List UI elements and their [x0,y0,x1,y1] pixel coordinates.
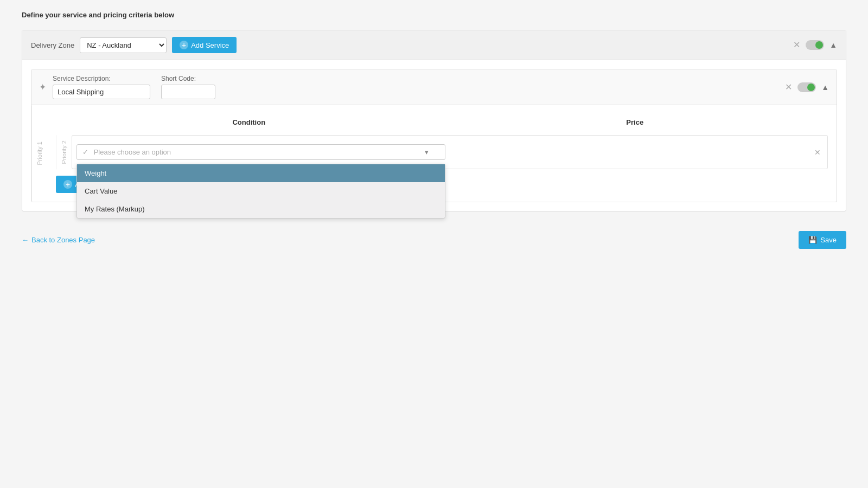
service-collapse-icon[interactable]: ▲ [821,84,829,91]
outer-close-icon[interactable]: ✕ [793,41,800,49]
priority-2-row: Priority 2 ✓ Please choose an option [56,135,828,169]
add-pricing-plus-icon: + [63,180,72,189]
back-to-zones-label: Back to Zones Page [31,236,95,244]
short-code-label: Short Code: [161,75,215,82]
select-chevron-icon: ▾ [425,148,429,156]
delivery-zone-select[interactable]: NZ - Auckland [80,37,167,53]
dropdown-option-my-rates[interactable]: My Rates (Markup) [77,200,445,218]
condition-dropdown-menu: Weight Cart Value My Rates (Markup) [76,164,445,219]
add-service-label: Add Service [191,41,229,49]
condition-select-wrap: ✓ Please choose an option ▾ Weight Cart [76,144,808,160]
delivery-zone-label: Delivery Zone [31,41,74,49]
service-description-label: Service Description: [53,75,150,82]
toggle-dot [815,41,823,49]
dropdown-option-cart-value[interactable]: Cart Value [77,182,445,200]
outer-card-header: Delivery Zone NZ - Auckland + Add Servic… [22,30,846,60]
service-description-input[interactable] [53,85,150,99]
outer-toggle[interactable] [806,40,824,50]
priority-1-label: Priority 1 [31,105,47,202]
condition-column-header: Condition [56,118,442,126]
page-subtitle: Define your service and pricing criteria… [22,11,846,19]
select-checkmark-icon: ✓ [82,148,88,156]
outer-card: Delivery Zone NZ - Auckland + Add Servic… [22,30,846,211]
service-toggle-dot [807,84,815,91]
short-code-group: Short Code: [161,75,215,99]
plus-icon: + [180,41,188,49]
service-card-header: ✦ Service Description: Short Code: ✕ [31,69,837,105]
drag-handle-icon[interactable]: ✦ [39,82,46,92]
outer-card-body: ✦ Service Description: Short Code: ✕ [22,60,846,211]
arrow-left-icon: ← [22,236,29,244]
outer-header-left: Delivery Zone NZ - Auckland + Add Servic… [31,37,787,53]
outer-collapse-icon[interactable]: ▲ [829,41,837,49]
short-code-input[interactable] [161,85,215,99]
service-header-right: ✕ ▲ [785,82,829,92]
condition-price-header: Condition Price [56,114,828,131]
pricing-row-delete-icon[interactable]: ✕ [812,146,823,159]
select-placeholder: Please choose an option [94,148,171,156]
service-body: Priority 1 Condition Price Priority 2 [31,105,837,202]
service-fields: Service Description: Short Code: [53,75,778,99]
back-to-zones-link[interactable]: ← Back to Zones Page [22,236,95,244]
service-toggle[interactable] [797,82,816,92]
pricing-row-content: ✓ Please choose an option ▾ Weight Cart [72,135,828,169]
save-button[interactable]: 💾 Save [799,231,846,249]
condition-select-display[interactable]: ✓ Please choose an option ▾ [76,144,445,160]
save-label: Save [820,236,837,244]
bottom-actions: ← Back to Zones Page 💾 Save [22,222,846,258]
priority-2-label: Priority 2 [56,135,72,169]
service-description-group: Service Description: [53,75,150,99]
outer-header-right: ✕ ▲ [793,40,837,50]
service-card: ✦ Service Description: Short Code: ✕ [31,69,837,202]
price-column-header: Price [442,118,828,126]
save-floppy-icon: 💾 [808,236,817,244]
pricing-rows-area: Condition Price Priority 2 [47,105,837,202]
service-close-icon[interactable]: ✕ [785,83,792,92]
add-service-button[interactable]: + Add Service [172,37,237,53]
dropdown-option-weight[interactable]: Weight [77,164,445,182]
